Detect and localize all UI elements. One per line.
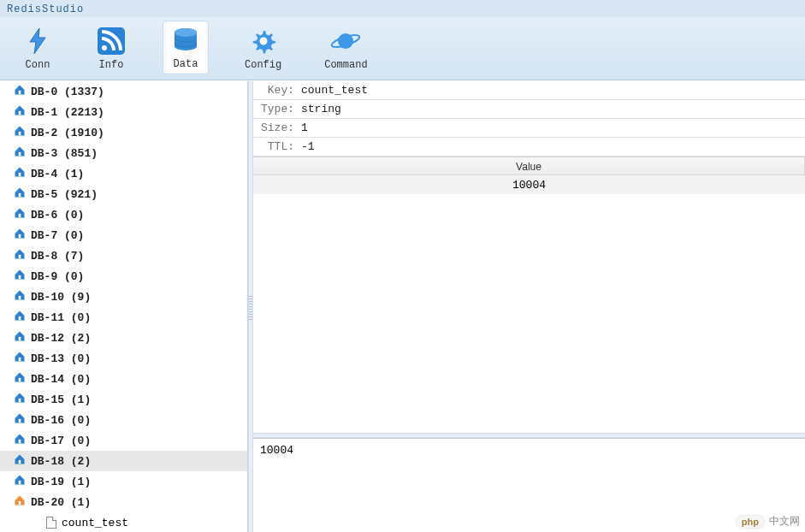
home-icon [14,125,31,140]
raw-value: 10004 [260,444,293,457]
home-icon [14,494,31,510]
home-icon [14,289,31,304]
svg-rect-10 [19,152,21,156]
svg-rect-9 [19,132,21,135]
meta-type-label: Type: [258,103,298,115]
db-label: DB-8 (7) [31,250,84,263]
home-icon [14,186,31,202]
db-label: DB-12 (2) [31,332,91,345]
db-sidebar[interactable]: DB-0 (1337)DB-1 (2213)DB-2 (1910)DB-3 (8… [0,81,248,532]
watermark-badge: php [737,516,764,528]
db-label: DB-14 (0) [31,373,91,386]
db-label: DB-17 (0) [31,434,91,447]
home-icon [14,228,31,243]
svg-rect-24 [19,440,21,443]
svg-point-4 [259,38,267,45]
meta-key-value: count_test [298,84,368,97]
home-icon [14,84,31,99]
toolbar-info[interactable]: Info [89,22,133,74]
db-item-db-16[interactable]: DB-16 (0) [0,410,247,430]
home-icon [14,145,31,161]
db-item-db-6[interactable]: DB-6 (0) [0,204,247,225]
svg-rect-14 [19,234,21,238]
svg-rect-26 [19,481,21,484]
db-item-db-12[interactable]: DB-12 (2) [0,328,247,348]
meta-ttl-label: TTL: [258,140,298,153]
home-icon [14,248,31,263]
svg-rect-15 [19,255,21,258]
db-item-db-14[interactable]: DB-14 (0) [0,369,247,389]
toolbar: Conn Info Data Config Command [0,17,805,80]
value-table-header: Value [253,157,805,175]
toolbar-label: Command [324,59,367,71]
svg-point-3 [175,28,197,37]
svg-rect-27 [19,501,21,505]
db-item-db-7[interactable]: DB-7 (0) [0,225,247,245]
db-label: DB-2 (1910) [31,127,104,139]
db-label: DB-18 (2) [31,455,91,468]
home-icon [14,269,31,284]
db-item-db-9[interactable]: DB-9 (0) [0,266,247,287]
raw-value-pane[interactable]: 10004 [253,438,805,532]
svg-rect-12 [19,193,21,197]
meta-type-row: Type: string [253,100,805,119]
rss-icon [96,26,127,56]
home-icon [14,104,31,120]
db-item-db-2[interactable]: DB-2 (1910) [0,122,247,143]
toolbar-data[interactable]: Data [163,21,209,74]
db-item-db-18[interactable]: DB-18 (2) [0,451,247,471]
db-item-db-17[interactable]: DB-17 (0) [0,430,247,451]
value-column-header[interactable]: Value [253,157,805,174]
home-icon [14,474,31,489]
home-icon [14,351,31,366]
db-item-db-10[interactable]: DB-10 (9) [0,287,247,307]
toolbar-label: Info [99,59,124,71]
svg-rect-8 [19,111,21,115]
home-icon [14,310,31,325]
meta-size-row: Size: 1 [253,119,805,138]
file-icon [46,517,56,529]
lightning-icon [22,26,53,56]
watermark: php 中文网 [737,514,800,529]
db-item-db-15[interactable]: DB-15 (1) [0,389,247,410]
table-row[interactable]: 10004 [253,175,805,194]
db-label: DB-6 (0) [31,209,84,222]
db-item-db-5[interactable]: DB-5 (921) [0,184,247,204]
value-table-body[interactable]: 10004 [253,175,805,433]
meta-ttl-row: TTL: -1 [253,138,805,157]
svg-rect-21 [19,378,21,381]
gear-icon [248,26,279,56]
db-label: DB-0 (1337) [31,86,104,98]
home-icon [14,433,31,448]
toolbar-label: Config [245,59,281,71]
database-icon [170,25,201,56]
toolbar-config[interactable]: Config [238,22,288,74]
home-icon [14,412,31,428]
db-label: DB-19 (1) [31,476,91,488]
key-item[interactable]: count_test [0,512,247,532]
db-item-db-19[interactable]: DB-19 (1) [0,471,247,492]
svg-rect-23 [19,419,21,423]
db-item-db-11[interactable]: DB-11 (0) [0,307,247,328]
toolbar-conn[interactable]: Conn [15,22,60,74]
db-item-db-4[interactable]: DB-4 (1) [0,163,247,184]
db-label: DB-20 (1) [31,496,91,509]
db-item-db-13[interactable]: DB-13 (0) [0,348,247,369]
db-item-db-1[interactable]: DB-1 (2213) [0,102,247,122]
db-item-db-8[interactable]: DB-8 (7) [0,245,247,266]
toolbar-command[interactable]: Command [317,22,374,74]
svg-rect-25 [19,460,21,464]
db-label: DB-16 (0) [31,414,91,427]
app-title: RedisStudio [7,3,84,15]
toolbar-label: Data [174,58,198,70]
home-icon [14,371,31,387]
db-item-db-3[interactable]: DB-3 (851) [0,143,247,163]
meta-ttl-value: -1 [298,140,315,153]
svg-rect-13 [19,214,21,217]
home-icon [14,207,31,222]
db-label: DB-4 (1) [31,168,84,180]
planet-icon [330,26,361,56]
meta-type-value: string [298,103,341,115]
db-item-db-20[interactable]: DB-20 (1) [0,492,247,512]
db-item-db-0[interactable]: DB-0 (1337) [0,81,247,102]
